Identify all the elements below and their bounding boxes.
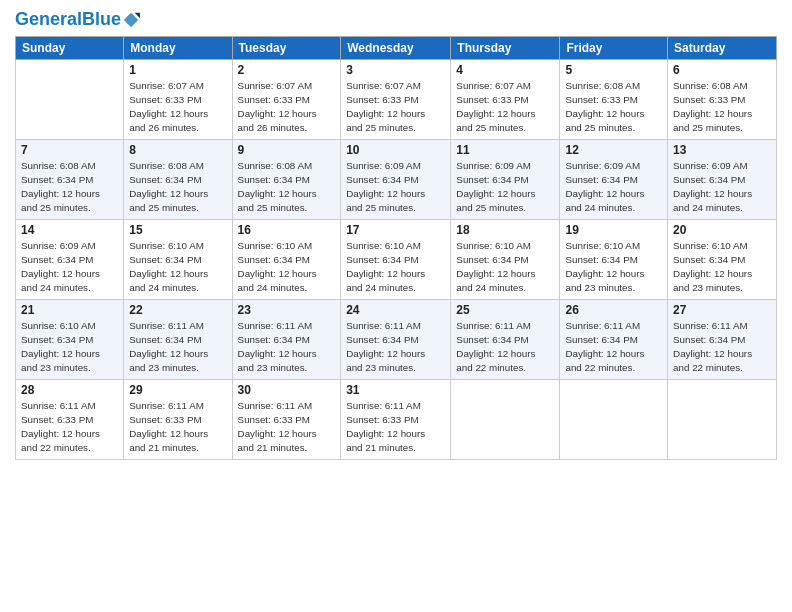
day-number: 30 bbox=[238, 383, 336, 397]
day-info: Sunrise: 6:11 AM Sunset: 6:34 PM Dayligh… bbox=[346, 319, 445, 376]
day-number: 13 bbox=[673, 143, 771, 157]
calendar-week-row: 1Sunrise: 6:07 AM Sunset: 6:33 PM Daylig… bbox=[16, 59, 777, 139]
day-info: Sunrise: 6:11 AM Sunset: 6:34 PM Dayligh… bbox=[238, 319, 336, 376]
calendar-cell: 31Sunrise: 6:11 AM Sunset: 6:33 PM Dayli… bbox=[341, 379, 451, 459]
calendar-cell: 18Sunrise: 6:10 AM Sunset: 6:34 PM Dayli… bbox=[451, 219, 560, 299]
calendar-cell: 11Sunrise: 6:09 AM Sunset: 6:34 PM Dayli… bbox=[451, 139, 560, 219]
calendar-cell: 24Sunrise: 6:11 AM Sunset: 6:34 PM Dayli… bbox=[341, 299, 451, 379]
day-info: Sunrise: 6:10 AM Sunset: 6:34 PM Dayligh… bbox=[673, 239, 771, 296]
calendar-cell bbox=[16, 59, 124, 139]
column-header-wednesday: Wednesday bbox=[341, 36, 451, 59]
calendar-week-row: 28Sunrise: 6:11 AM Sunset: 6:33 PM Dayli… bbox=[16, 379, 777, 459]
calendar-cell bbox=[560, 379, 668, 459]
column-header-saturday: Saturday bbox=[668, 36, 777, 59]
calendar-cell: 29Sunrise: 6:11 AM Sunset: 6:33 PM Dayli… bbox=[124, 379, 232, 459]
day-info: Sunrise: 6:09 AM Sunset: 6:34 PM Dayligh… bbox=[21, 239, 118, 296]
calendar-cell: 7Sunrise: 6:08 AM Sunset: 6:34 PM Daylig… bbox=[16, 139, 124, 219]
calendar-cell: 21Sunrise: 6:10 AM Sunset: 6:34 PM Dayli… bbox=[16, 299, 124, 379]
day-number: 19 bbox=[565, 223, 662, 237]
day-info: Sunrise: 6:09 AM Sunset: 6:34 PM Dayligh… bbox=[565, 159, 662, 216]
day-info: Sunrise: 6:11 AM Sunset: 6:34 PM Dayligh… bbox=[565, 319, 662, 376]
day-info: Sunrise: 6:09 AM Sunset: 6:34 PM Dayligh… bbox=[346, 159, 445, 216]
calendar-cell: 22Sunrise: 6:11 AM Sunset: 6:34 PM Dayli… bbox=[124, 299, 232, 379]
day-number: 29 bbox=[129, 383, 226, 397]
column-header-friday: Friday bbox=[560, 36, 668, 59]
day-info: Sunrise: 6:07 AM Sunset: 6:33 PM Dayligh… bbox=[129, 79, 226, 136]
day-number: 17 bbox=[346, 223, 445, 237]
day-number: 31 bbox=[346, 383, 445, 397]
day-info: Sunrise: 6:08 AM Sunset: 6:33 PM Dayligh… bbox=[565, 79, 662, 136]
day-number: 25 bbox=[456, 303, 554, 317]
calendar-cell: 9Sunrise: 6:08 AM Sunset: 6:34 PM Daylig… bbox=[232, 139, 341, 219]
calendar-cell: 16Sunrise: 6:10 AM Sunset: 6:34 PM Dayli… bbox=[232, 219, 341, 299]
calendar-cell: 10Sunrise: 6:09 AM Sunset: 6:34 PM Dayli… bbox=[341, 139, 451, 219]
calendar-week-row: 7Sunrise: 6:08 AM Sunset: 6:34 PM Daylig… bbox=[16, 139, 777, 219]
day-info: Sunrise: 6:09 AM Sunset: 6:34 PM Dayligh… bbox=[456, 159, 554, 216]
day-info: Sunrise: 6:08 AM Sunset: 6:33 PM Dayligh… bbox=[673, 79, 771, 136]
day-number: 9 bbox=[238, 143, 336, 157]
calendar-week-row: 21Sunrise: 6:10 AM Sunset: 6:34 PM Dayli… bbox=[16, 299, 777, 379]
column-header-thursday: Thursday bbox=[451, 36, 560, 59]
calendar-cell: 8Sunrise: 6:08 AM Sunset: 6:34 PM Daylig… bbox=[124, 139, 232, 219]
day-number: 23 bbox=[238, 303, 336, 317]
header: GeneralBlue bbox=[15, 10, 777, 30]
day-info: Sunrise: 6:09 AM Sunset: 6:34 PM Dayligh… bbox=[673, 159, 771, 216]
day-number: 28 bbox=[21, 383, 118, 397]
day-number: 6 bbox=[673, 63, 771, 77]
calendar-cell: 14Sunrise: 6:09 AM Sunset: 6:34 PM Dayli… bbox=[16, 219, 124, 299]
day-info: Sunrise: 6:11 AM Sunset: 6:34 PM Dayligh… bbox=[456, 319, 554, 376]
day-info: Sunrise: 6:10 AM Sunset: 6:34 PM Dayligh… bbox=[238, 239, 336, 296]
day-number: 16 bbox=[238, 223, 336, 237]
day-info: Sunrise: 6:11 AM Sunset: 6:34 PM Dayligh… bbox=[673, 319, 771, 376]
calendar-cell bbox=[451, 379, 560, 459]
calendar-cell: 12Sunrise: 6:09 AM Sunset: 6:34 PM Dayli… bbox=[560, 139, 668, 219]
calendar-cell: 6Sunrise: 6:08 AM Sunset: 6:33 PM Daylig… bbox=[668, 59, 777, 139]
calendar-cell bbox=[668, 379, 777, 459]
day-info: Sunrise: 6:11 AM Sunset: 6:33 PM Dayligh… bbox=[21, 399, 118, 456]
day-info: Sunrise: 6:07 AM Sunset: 6:33 PM Dayligh… bbox=[238, 79, 336, 136]
day-number: 10 bbox=[346, 143, 445, 157]
calendar-cell: 27Sunrise: 6:11 AM Sunset: 6:34 PM Dayli… bbox=[668, 299, 777, 379]
day-info: Sunrise: 6:08 AM Sunset: 6:34 PM Dayligh… bbox=[21, 159, 118, 216]
svg-marker-0 bbox=[124, 13, 138, 27]
calendar-cell: 20Sunrise: 6:10 AM Sunset: 6:34 PM Dayli… bbox=[668, 219, 777, 299]
day-info: Sunrise: 6:10 AM Sunset: 6:34 PM Dayligh… bbox=[565, 239, 662, 296]
day-info: Sunrise: 6:11 AM Sunset: 6:33 PM Dayligh… bbox=[129, 399, 226, 456]
calendar-cell: 28Sunrise: 6:11 AM Sunset: 6:33 PM Dayli… bbox=[16, 379, 124, 459]
calendar-cell: 26Sunrise: 6:11 AM Sunset: 6:34 PM Dayli… bbox=[560, 299, 668, 379]
calendar-week-row: 14Sunrise: 6:09 AM Sunset: 6:34 PM Dayli… bbox=[16, 219, 777, 299]
calendar-cell: 15Sunrise: 6:10 AM Sunset: 6:34 PM Dayli… bbox=[124, 219, 232, 299]
day-number: 8 bbox=[129, 143, 226, 157]
day-number: 12 bbox=[565, 143, 662, 157]
day-info: Sunrise: 6:10 AM Sunset: 6:34 PM Dayligh… bbox=[456, 239, 554, 296]
calendar-cell: 4Sunrise: 6:07 AM Sunset: 6:33 PM Daylig… bbox=[451, 59, 560, 139]
column-header-sunday: Sunday bbox=[16, 36, 124, 59]
logo-text: GeneralBlue bbox=[15, 10, 121, 30]
day-info: Sunrise: 6:07 AM Sunset: 6:33 PM Dayligh… bbox=[346, 79, 445, 136]
day-number: 14 bbox=[21, 223, 118, 237]
logo: GeneralBlue bbox=[15, 10, 140, 30]
day-number: 1 bbox=[129, 63, 226, 77]
calendar-cell: 1Sunrise: 6:07 AM Sunset: 6:33 PM Daylig… bbox=[124, 59, 232, 139]
day-number: 18 bbox=[456, 223, 554, 237]
day-number: 22 bbox=[129, 303, 226, 317]
day-info: Sunrise: 6:11 AM Sunset: 6:33 PM Dayligh… bbox=[346, 399, 445, 456]
day-info: Sunrise: 6:08 AM Sunset: 6:34 PM Dayligh… bbox=[238, 159, 336, 216]
column-header-tuesday: Tuesday bbox=[232, 36, 341, 59]
day-number: 26 bbox=[565, 303, 662, 317]
day-number: 11 bbox=[456, 143, 554, 157]
calendar-cell: 19Sunrise: 6:10 AM Sunset: 6:34 PM Dayli… bbox=[560, 219, 668, 299]
day-number: 7 bbox=[21, 143, 118, 157]
day-number: 27 bbox=[673, 303, 771, 317]
day-info: Sunrise: 6:10 AM Sunset: 6:34 PM Dayligh… bbox=[21, 319, 118, 376]
logo-icon bbox=[122, 11, 140, 29]
day-number: 2 bbox=[238, 63, 336, 77]
day-info: Sunrise: 6:10 AM Sunset: 6:34 PM Dayligh… bbox=[129, 239, 226, 296]
calendar-header-row: SundayMondayTuesdayWednesdayThursdayFrid… bbox=[16, 36, 777, 59]
calendar-cell: 30Sunrise: 6:11 AM Sunset: 6:33 PM Dayli… bbox=[232, 379, 341, 459]
day-info: Sunrise: 6:11 AM Sunset: 6:33 PM Dayligh… bbox=[238, 399, 336, 456]
day-info: Sunrise: 6:07 AM Sunset: 6:33 PM Dayligh… bbox=[456, 79, 554, 136]
day-info: Sunrise: 6:11 AM Sunset: 6:34 PM Dayligh… bbox=[129, 319, 226, 376]
page-container: GeneralBlue SundayMondayTuesdayWednesday… bbox=[0, 0, 792, 470]
day-info: Sunrise: 6:08 AM Sunset: 6:34 PM Dayligh… bbox=[129, 159, 226, 216]
